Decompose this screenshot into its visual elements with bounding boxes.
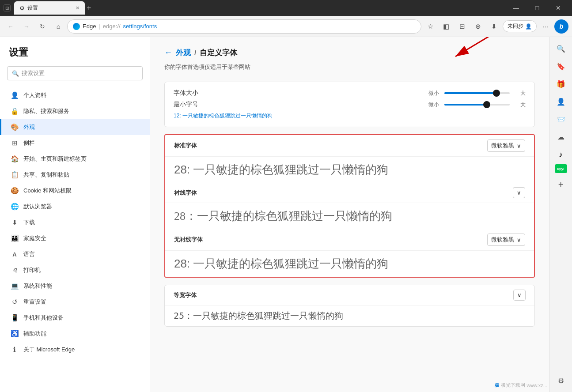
sans-serif-font-header: 无衬线字体 微软雅黑 ∨	[165, 229, 534, 251]
sidebar-item-default-browser[interactable]: 🌐 默认浏览器	[0, 199, 150, 215]
downloads-icon: ⬇	[10, 219, 19, 226]
sans-serif-font-label: 无衬线字体	[174, 236, 203, 244]
serif-font-dropdown[interactable]: ∨	[513, 187, 525, 198]
downloads-btn[interactable]: ⬇	[487, 19, 501, 34]
standard-font-container: 标准字体 微软雅黑 ∨ 28: 一只敏捷的棕色狐狸跳过一只懒惰的狗	[165, 135, 534, 183]
serif-font-header: 衬线字体 ∨	[165, 183, 534, 203]
sidebar-item-profile[interactable]: 👤 个人资料	[0, 87, 150, 103]
standard-font-header: 标准字体 微软雅黑 ∨	[165, 135, 534, 157]
sidebar-item-label: 手机和其他设备	[23, 314, 64, 322]
sidebar-item-label: 辅助功能	[23, 330, 46, 338]
settings-tab[interactable]: ⚙ 设置 ✕	[14, 1, 85, 15]
favorites-btn[interactable]: ☆	[423, 19, 437, 34]
tab-bar: ⚙ 设置 ✕ +	[14, 1, 502, 15]
font-size-slider-container: 微小 大	[428, 90, 526, 97]
tab-close-btn[interactable]: ✕	[76, 5, 80, 11]
more-btn[interactable]: ···	[538, 19, 553, 34]
search-box[interactable]: 🔍 搜索设置	[7, 66, 143, 80]
settings-tab-icon: ⚙	[19, 5, 25, 11]
sidebar-item-share[interactable]: 📋 共享、复制和粘贴	[0, 167, 150, 183]
zoom-icon-btn[interactable]: 🔍	[553, 41, 569, 57]
sidebar-icon: ⊞	[10, 139, 19, 147]
sidebar-item-label: 语言	[23, 250, 35, 258]
mono-section: 等宽字体 ∨ 25：一只敏捷的棕色狐狸跳过一只懒惰的狗	[164, 285, 535, 327]
font-size-row: 字体大小 微小 大	[174, 89, 526, 97]
breadcrumb-separator: /	[194, 49, 196, 57]
sans-serif-font-preview: 28: 一只敏捷的棕色狐狸跳过一只懒惰的狗	[174, 256, 525, 271]
bookmarks-btn[interactable]: ⊕	[471, 19, 485, 34]
sidebar-item-languages[interactable]: A 语言	[0, 246, 150, 262]
title-bar: ⊡ ⚙ 设置 ✕ + — □ ✕	[0, 0, 572, 16]
iqiyi-icon-btn[interactable]: iqiyi	[555, 164, 567, 173]
font-size-min-label: 微小	[428, 90, 439, 97]
cloud-icon-btn[interactable]: ☁	[553, 129, 569, 145]
new-tab-button[interactable]: +	[87, 4, 91, 13]
font-size-track[interactable]	[444, 92, 510, 94]
sidebar-item-sidebar[interactable]: ⊞ 侧栏	[0, 135, 150, 151]
branding-text: 极光下载网	[501, 382, 525, 388]
bing-button[interactable]: b	[554, 19, 568, 34]
sidebar-item-cookies[interactable]: 🍪 Cookie 和网站权限	[0, 183, 150, 199]
sidebar-item-printer[interactable]: 🖨 打印机	[0, 262, 150, 278]
send-icon-btn[interactable]: 📨	[553, 111, 569, 127]
forward-button[interactable]: →	[19, 19, 34, 34]
sidebar-item-phone[interactable]: 📱 手机和其他设备	[0, 310, 150, 326]
standard-font-value: 微软雅黑	[491, 142, 514, 150]
sans-serif-font-dropdown[interactable]: 微软雅黑 ∨	[487, 234, 525, 246]
sidebar-item-downloads[interactable]: ⬇ 下载	[0, 215, 150, 230]
sidebar-item-label: 开始、主页和新建标签页	[23, 155, 87, 163]
split-screen-btn[interactable]: ⊟	[455, 19, 469, 34]
tiktok-icon-btn[interactable]: ♪	[553, 147, 569, 162]
mono-font-preview: 25：一只敏捷的棕色狐狸跳过一只懒惰的狗	[165, 305, 534, 326]
back-button[interactable]: ←	[4, 19, 18, 34]
about-icon: ℹ	[10, 346, 19, 354]
sidebar-item-label: 侧栏	[23, 139, 35, 147]
minimize-button[interactable]: —	[506, 0, 526, 16]
chevron-down-icon: ∨	[517, 292, 522, 298]
sidebar-item-accessibility[interactable]: ♿ 辅助功能	[0, 326, 150, 342]
standard-font-preview-row: 28: 一只敏捷的棕色狐狸跳过一只懒惰的狗	[165, 157, 534, 183]
phone-icon: 📱	[10, 314, 19, 322]
privacy-icon: 🔒	[10, 107, 19, 115]
maximize-button[interactable]: □	[527, 0, 547, 16]
standard-font-dropdown[interactable]: 微软雅黑 ∨	[487, 139, 525, 152]
address-bar[interactable]: Edge | edge://settings/fonts	[67, 19, 421, 34]
min-font-max-label: 大	[515, 101, 526, 109]
favorites-icon-btn[interactable]: 🔖	[553, 58, 569, 74]
sync-button[interactable]: 未同步 👤	[503, 20, 537, 32]
home-button[interactable]: ⌂	[51, 19, 65, 34]
settings-gear-icon-btn[interactable]: ⚙	[553, 373, 569, 388]
back-breadcrumb[interactable]: ←	[164, 48, 172, 57]
breadcrumb: ← 外观 / 自定义字体	[164, 48, 535, 58]
breadcrumb-parent[interactable]: 外观	[176, 48, 191, 58]
min-font-track[interactable]	[444, 104, 510, 106]
chevron-down-icon: ∨	[517, 237, 521, 243]
font-size-thumb[interactable]	[493, 90, 500, 97]
collections-icon-btn[interactable]: 🎁	[553, 76, 569, 92]
min-font-thumb[interactable]	[483, 101, 490, 108]
add-sidebar-btn[interactable]: +	[553, 177, 569, 192]
sidebar-item-reset[interactable]: ↺ 重置设置	[0, 294, 150, 310]
nav-bar: ← → ↻ ⌂ Edge | edge://settings/fonts ☆ ◧…	[0, 16, 572, 37]
address-edge-text: Edge	[83, 23, 96, 30]
share-icon: 📋	[10, 171, 19, 179]
standard-font-preview: 28: 一只敏捷的棕色狐狸跳过一只懒惰的狗	[174, 162, 525, 177]
sans-serif-font-container: 无衬线字体 微软雅黑 ∨ 28: 一只敏捷的棕色狐狸跳过一只懒惰的狗	[165, 229, 534, 277]
main-layout: 设置 🔍 搜索设置 👤 个人资料 🔒 隐私、搜索和服务 🎨 外观 ⊞ 侧栏 🏠 …	[0, 37, 572, 392]
profile-icon-btn[interactable]: 👤	[553, 94, 569, 109]
sidebar-item-privacy[interactable]: 🔒 隐私、搜索和服务	[0, 103, 150, 119]
sidebar-item-appearance[interactable]: 🎨 外观	[0, 119, 150, 135]
font-preview-section: 标准字体 微软雅黑 ∨ 28: 一只敏捷的棕色狐狸跳过一只懒惰的狗 衬线字体 ∨	[164, 134, 535, 278]
sidebar-item-family[interactable]: 👨‍👩‍👧 家庭安全	[0, 230, 150, 246]
sidebar-item-system[interactable]: 💻 系统和性能	[0, 278, 150, 294]
search-icon: 🔍	[12, 70, 19, 77]
chevron-down-icon: ∨	[517, 189, 521, 196]
mono-font-dropdown[interactable]: ∨	[513, 290, 526, 301]
sidebar-item-about[interactable]: ℹ 关于 Microsoft Edge	[0, 342, 150, 358]
search-placeholder: 搜索设置	[22, 69, 45, 77]
collections-btn[interactable]: ◧	[439, 19, 453, 34]
refresh-button[interactable]: ↻	[35, 19, 49, 34]
sidebar: 设置 🔍 搜索设置 👤 个人资料 🔒 隐私、搜索和服务 🎨 外观 ⊞ 侧栏 🏠 …	[0, 37, 150, 392]
sidebar-item-newtab[interactable]: 🏠 开始、主页和新建标签页	[0, 151, 150, 167]
close-button[interactable]: ✕	[548, 0, 568, 16]
